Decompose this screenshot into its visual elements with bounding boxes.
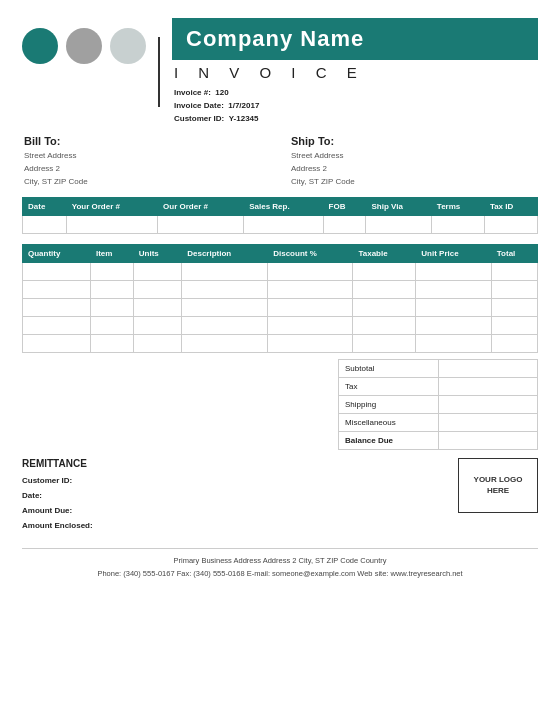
customer-id-line: Customer ID: Y-12345 (174, 113, 538, 126)
invoice-date-value: 1/7/2017 (228, 101, 259, 110)
col-terms: Terms (431, 197, 484, 215)
order-sales-rep[interactable] (244, 215, 323, 233)
footer-line1: Primary Business Address Address 2 City,… (22, 554, 538, 568)
subtotal-label: Subtotal (339, 359, 439, 377)
col-date: Date (23, 197, 67, 215)
invoice-meta: Invoice #: 120 Invoice Date: 1/7/2017 Cu… (172, 87, 538, 125)
bill-to-label: Bill To: (24, 135, 271, 147)
item-row (23, 262, 538, 280)
footer-line2: Phone: (340) 555-0167 Fax: (340) 555-016… (22, 567, 538, 581)
col-sales-rep: Sales Rep. (244, 197, 323, 215)
footer: Primary Business Address Address 2 City,… (22, 548, 538, 581)
balance-due-row: Balance Due (339, 431, 538, 449)
col-your-order: Your Order # (66, 197, 157, 215)
circle-lightgray (110, 28, 146, 64)
items-table-header-row: Quantity Item Units Description Discount… (23, 244, 538, 262)
remittance-amount-due: Amount Due: (22, 503, 438, 518)
logo-placeholder: YOUR LOGOHERE (458, 458, 538, 513)
col-fob: FOB (323, 197, 366, 215)
totals-table: Subtotal Tax Shipping Miscellaneous Bala… (338, 359, 538, 450)
col-total: Total (491, 244, 537, 262)
item-row (23, 334, 538, 352)
order-our-order[interactable] (158, 215, 244, 233)
bill-to-line1: Street Address (24, 150, 271, 163)
ship-to-line3: City, ST ZIP Code (291, 176, 538, 189)
order-ship-via[interactable] (366, 215, 431, 233)
ship-to-address: Street Address Address 2 City, ST ZIP Co… (291, 150, 538, 188)
ship-to-line2: Address 2 (291, 163, 538, 176)
miscellaneous-value[interactable] (438, 413, 537, 431)
col-description: Description (182, 244, 268, 262)
company-name: Company Name (172, 18, 538, 60)
remittance-customer-id: Customer ID: (22, 473, 438, 488)
invoice-num-value: 120 (215, 88, 228, 97)
shipping-value[interactable] (438, 395, 537, 413)
remittance-date: Date: (22, 488, 438, 503)
invoice-num-label: Invoice #: (174, 88, 211, 97)
order-table: Date Your Order # Our Order # Sales Rep.… (22, 197, 538, 234)
remittance-amount-enclosed: Amount Enclosed: (22, 518, 438, 533)
order-table-header-row: Date Your Order # Our Order # Sales Rep.… (23, 197, 538, 215)
col-ship-via: Ship Via (366, 197, 431, 215)
shipping-row: Shipping (339, 395, 538, 413)
header: Company Name I N V O I C E Invoice #: 12… (22, 18, 538, 125)
col-quantity: Quantity (23, 244, 91, 262)
col-units: Units (133, 244, 181, 262)
customer-id-label: Customer ID: (174, 114, 224, 123)
remittance: REMITTANCE Customer ID: Date: Amount Due… (22, 458, 438, 534)
col-tax-id: Tax ID (484, 197, 537, 215)
order-table-row (23, 215, 538, 233)
header-divider (158, 37, 160, 107)
item-row (23, 280, 538, 298)
order-terms[interactable] (431, 215, 484, 233)
items-table: Quantity Item Units Description Discount… (22, 244, 538, 353)
address-section: Bill To: Street Address Address 2 City, … (22, 135, 538, 188)
miscellaneous-label: Miscellaneous (339, 413, 439, 431)
balance-due-label: Balance Due (339, 431, 439, 449)
col-unit-price: Unit Price (416, 244, 492, 262)
subtotal-value[interactable] (438, 359, 537, 377)
invoice-num-line: Invoice #: 120 (174, 87, 538, 100)
totals-section: Subtotal Tax Shipping Miscellaneous Bala… (22, 359, 538, 450)
tax-label: Tax (339, 377, 439, 395)
invoice-date-label: Invoice Date: (174, 101, 224, 110)
col-taxable: Taxable (353, 244, 416, 262)
order-tax-id[interactable] (484, 215, 537, 233)
order-date[interactable] (23, 215, 67, 233)
invoice-date-line: Invoice Date: 1/7/2017 (174, 100, 538, 113)
shipping-label: Shipping (339, 395, 439, 413)
header-right: Company Name I N V O I C E Invoice #: 12… (172, 18, 538, 125)
miscellaneous-row: Miscellaneous (339, 413, 538, 431)
ship-to-label: Ship To: (291, 135, 538, 147)
subtotal-row: Subtotal (339, 359, 538, 377)
col-item: Item (90, 244, 133, 262)
item-row (23, 298, 538, 316)
col-discount: Discount % (268, 244, 353, 262)
balance-due-value[interactable] (438, 431, 537, 449)
tax-value[interactable] (438, 377, 537, 395)
order-fob[interactable] (323, 215, 366, 233)
tax-row: Tax (339, 377, 538, 395)
bill-to-line2: Address 2 (24, 163, 271, 176)
invoice-title: I N V O I C E (172, 64, 538, 81)
bill-to-block: Bill To: Street Address Address 2 City, … (24, 135, 271, 188)
invoice-page: Company Name I N V O I C E Invoice #: 12… (0, 0, 560, 727)
circle-gray (66, 28, 102, 64)
ship-to-block: Ship To: Street Address Address 2 City, … (291, 135, 538, 188)
remittance-title: REMITTANCE (22, 458, 438, 469)
col-our-order: Our Order # (158, 197, 244, 215)
bill-to-line3: City, ST ZIP Code (24, 176, 271, 189)
bill-to-address: Street Address Address 2 City, ST ZIP Co… (24, 150, 271, 188)
item-row (23, 316, 538, 334)
ship-to-line1: Street Address (291, 150, 538, 163)
customer-id-value: Y-12345 (229, 114, 259, 123)
order-your-order[interactable] (66, 215, 157, 233)
logo-circles (22, 18, 146, 64)
bottom-section: REMITTANCE Customer ID: Date: Amount Due… (22, 458, 538, 534)
circle-teal (22, 28, 58, 64)
